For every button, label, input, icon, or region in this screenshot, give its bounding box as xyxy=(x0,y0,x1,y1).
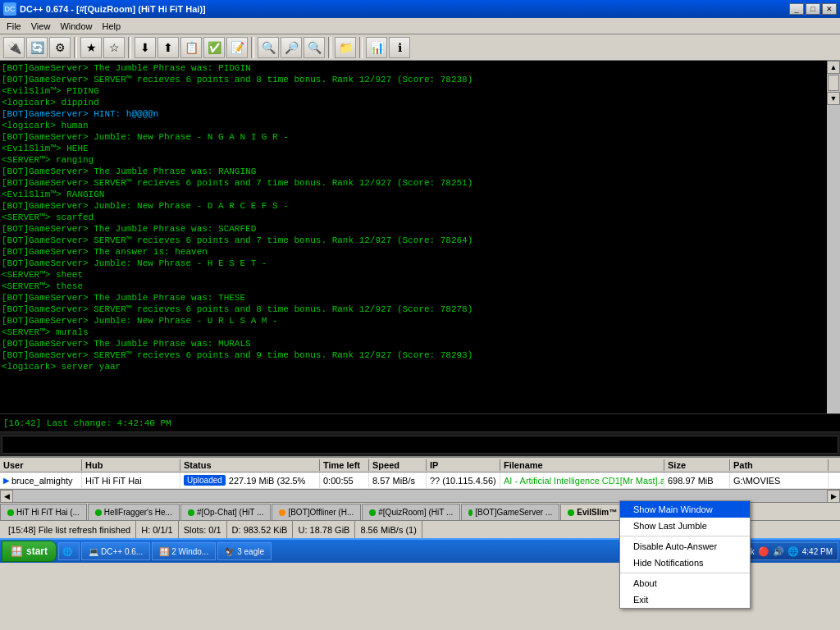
toolbar-search2[interactable]: 🔎 xyxy=(281,37,302,58)
transfer-hub: HiT Hi FiT Hai xyxy=(82,472,180,488)
menu-bar: File View Window Help xyxy=(0,18,840,34)
tab-label-3: [BOT]Offliner (H... xyxy=(288,508,354,517)
context-menu-item[interactable]: Exit xyxy=(620,591,750,608)
toolbar-reconnect[interactable]: 🔄 xyxy=(26,37,48,58)
toolbar-file[interactable]: 📁 xyxy=(335,37,356,58)
context-menu-separator xyxy=(620,573,750,573)
chat-line: <SERVER™> murals xyxy=(2,326,838,338)
transfer-speed: 8.57 MiB/s xyxy=(369,472,427,488)
close-button[interactable]: ✕ xyxy=(822,3,837,15)
context-menu-item[interactable]: Hide Notifications xyxy=(620,555,750,571)
toolbar-sep2 xyxy=(128,37,131,58)
tab-3[interactable]: [BOT]Offliner (H... xyxy=(272,504,361,520)
chat-line: [BOT]GameServer> SERVER™ recieves 6 poin… xyxy=(2,177,838,189)
chat-line: <SERVER™> scarfed xyxy=(2,212,838,223)
network-icon[interactable]: 🌐 xyxy=(788,546,799,557)
toolbar-sep5 xyxy=(359,37,363,58)
tab-0[interactable]: HiT Hi FiT Hai (... xyxy=(0,504,87,520)
context-menu-item[interactable]: Show Main Window xyxy=(620,501,750,518)
user-icon: ▶ xyxy=(3,476,10,485)
chat-area: [BOT]GameServer> The Jumble Phrase was: … xyxy=(0,61,840,405)
col-header-status: Status xyxy=(180,459,320,471)
chat-line: [BOT]GameServer> SERVER™ recieves 6 poin… xyxy=(2,235,838,246)
toolbar-sep1 xyxy=(74,37,77,58)
context-menu-item[interactable]: About xyxy=(620,575,750,591)
maximize-button[interactable]: □ xyxy=(806,3,820,15)
tab-dot-2 xyxy=(188,509,194,516)
clock: 4:42 PM xyxy=(802,547,833,556)
taskbar-eagle[interactable]: 🦅 3 eagle xyxy=(217,542,272,560)
start-button[interactable]: 🪟 start xyxy=(2,541,57,562)
scroll-left-button[interactable]: ◀ xyxy=(0,490,13,503)
taskbar-dc-icon: 💻 xyxy=(89,547,98,556)
toolbar-about[interactable]: ℹ xyxy=(389,37,410,58)
status-slots: Slots: 0/1 xyxy=(179,521,227,538)
chat-line: [BOT]GameServer> SERVER™ recieves 6 poin… xyxy=(2,349,838,361)
tab-label-2: #[Op-Chat] (HiT ... xyxy=(197,508,264,517)
toolbar-dl[interactable]: ⬇ xyxy=(135,37,156,58)
taskbar-ie[interactable]: 🌐 xyxy=(58,542,80,560)
chat-line: [BOT]GameServer> The Jumble Phrase was: … xyxy=(2,292,838,304)
tab-4[interactable]: #[QuizRoom] (HiT ... xyxy=(362,504,460,520)
quizroom-icon[interactable]: 🔴 xyxy=(758,546,769,557)
toolbar-search[interactable]: 🔍 xyxy=(258,37,279,58)
transfer-status: Uploaded 227.19 MiB (32.5% xyxy=(180,472,320,488)
toolbar-queue[interactable]: 📋 xyxy=(180,37,202,58)
toolbar-fav2[interactable]: ☆ xyxy=(103,37,125,58)
toolbar-finished[interactable]: ✅ xyxy=(203,37,225,58)
tab-5[interactable]: [BOT]GameServer ... xyxy=(461,504,559,520)
scroll-thumb[interactable] xyxy=(828,75,839,91)
chat-input[interactable] xyxy=(2,436,838,454)
context-menu-item[interactable]: Show Last Jumble xyxy=(620,518,750,534)
context-menu-item[interactable]: Disable Auto-Answer xyxy=(620,538,750,555)
transfer-user: ▶ bruce_almighty xyxy=(0,472,82,488)
transfer-ip: ?? (10.115.4.56) xyxy=(427,472,500,488)
menu-window[interactable]: Window xyxy=(55,18,97,34)
toolbar-log[interactable]: 📝 xyxy=(226,37,248,58)
transfer-area: User Hub Status Time left Speed IP Filen… xyxy=(0,456,840,489)
chat-scrollbar[interactable]: ▲ ▼ xyxy=(827,61,840,413)
tab-label-0: HiT Hi FiT Hai (... xyxy=(16,508,80,517)
volume-icon[interactable]: 🔊 xyxy=(773,546,784,557)
chat-line: [BOT]GameServer> SERVER™ recieves 6 poin… xyxy=(2,74,838,85)
tab-dot-4 xyxy=(369,509,376,516)
menu-help[interactable]: Help xyxy=(98,18,126,34)
transfer-row[interactable]: ▶ bruce_almighty HiT Hi FiT Hai Uploaded… xyxy=(0,472,840,489)
chat-line: [BOT]GameServer> The answer is: heaven xyxy=(2,246,838,258)
taskbar-dc[interactable]: 💻 DC++ 0.6... xyxy=(81,542,150,560)
app-icon: DC xyxy=(3,2,16,16)
tab-1[interactable]: HellFragger's He... xyxy=(88,504,180,520)
toolbar-hash[interactable]: 📊 xyxy=(366,37,387,58)
toolbar-search3[interactable]: 🔍 xyxy=(304,37,325,58)
chat-line: <EvilSlim™> HEHE xyxy=(2,143,838,154)
toolbar-settings[interactable]: ⚙ xyxy=(49,37,71,58)
scroll-right-button[interactable]: ▶ xyxy=(827,490,840,503)
start-icon: 🪟 xyxy=(11,546,23,557)
menu-view[interactable]: View xyxy=(26,18,56,34)
chat-line: [BOT]GameServer> SERVER™ recieves 6 poin… xyxy=(2,304,838,315)
transfer-path: G:\MOVIES xyxy=(730,472,829,488)
tab-2[interactable]: #[Op-Chat] (HiT ... xyxy=(180,504,272,520)
chat-line: <logicark> dippind xyxy=(2,97,838,108)
transfer-size: 698.97 MiB xyxy=(664,472,730,488)
chat-line: <logicark> server yaar xyxy=(2,361,838,372)
chat-line: [BOT]GameServer> Jumble: New Phrase - H … xyxy=(2,258,838,269)
scroll-up-button[interactable]: ▲ xyxy=(827,61,840,74)
chat-line: <SERVER™> ranging xyxy=(2,154,838,166)
minimize-button[interactable]: _ xyxy=(789,3,804,15)
toolbar-connect[interactable]: 🔌 xyxy=(3,37,25,58)
toolbar-ul[interactable]: ⬆ xyxy=(158,37,179,58)
toolbar-fav1[interactable]: ★ xyxy=(80,37,102,58)
chat-line: <logicark> human xyxy=(2,120,838,131)
col-header-size: Size xyxy=(664,459,730,471)
taskbar-windows[interactable]: 🪟 2 Windo... xyxy=(152,542,216,560)
chat-line: <EvilSlim™> RANGIGN xyxy=(2,189,838,200)
chat-line: <SERVER™> sheet xyxy=(2,269,838,281)
scroll-down-button[interactable]: ▼ xyxy=(827,92,840,105)
transfer-filename: AI - Artificial Intelligence CD1[Mr Mast… xyxy=(500,472,664,488)
menu-file[interactable]: File xyxy=(2,18,26,34)
transfer-header: User Hub Status Time left Speed IP Filen… xyxy=(0,458,840,472)
chat-line: [BOT]GameServer> The Jumble Phrase was: … xyxy=(2,166,838,177)
col-header-filename: Filename xyxy=(500,459,664,471)
status-speed: 8.56 MiB/s (1) xyxy=(355,521,422,538)
